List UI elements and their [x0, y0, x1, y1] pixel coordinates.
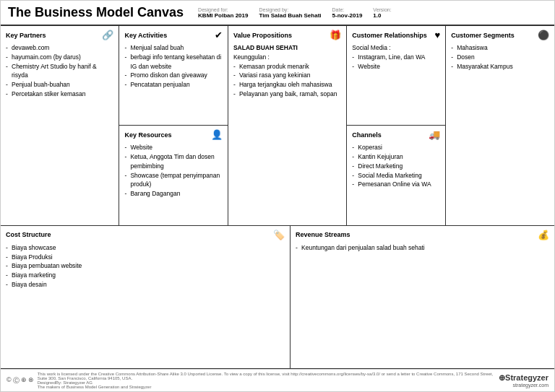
key-resources-list: WebsiteKetua, Anggota Tim dan dosen pemb…: [124, 143, 222, 199]
cr-icon: ♥: [434, 30, 440, 40]
list-item: Biaya showcase: [6, 243, 285, 253]
key-partners-list: devaweb.comhayumain.com (by darus)Chemis…: [6, 43, 113, 99]
list-item: Pelayanan yang baik, ramah, sopan: [233, 90, 341, 99]
list-item: Social Media Marketing: [352, 171, 440, 180]
revenue-title: Revenue Streams: [296, 231, 350, 238]
cs-icon: ⚫: [538, 30, 549, 40]
cr-content: Social Media : Instagram, Line, dan WAWe…: [352, 43, 440, 71]
cost-header: Cost Structure 🏷️: [6, 230, 285, 240]
date-label: Date:: [332, 7, 363, 12]
cr-channels-column: Customer Relationships ♥ Social Media : …: [347, 26, 446, 225]
list-item: Ketua, Anggota Tim dan dosen pembimbing: [124, 152, 222, 171]
vp-subtitle: Keunggulan :: [233, 53, 270, 61]
value-propositions-header: Value Propositions 🎁: [233, 30, 341, 40]
page-header: The Business Model Canvas Designed for: …: [1, 1, 554, 26]
channels-list: KoperasiKantin KejujuranDirect Marketing…: [352, 143, 440, 189]
key-resources-cell: Key Resources 👤 WebsiteKetua, Anggota Ti…: [119, 126, 227, 225]
cc-by-icon: Ⓒ: [13, 376, 20, 386]
value-propositions-title: Value Propositions: [233, 32, 292, 39]
brand-url: strategyzer.com: [513, 383, 548, 388]
revenue-header: Revenue Streams 💰: [296, 230, 549, 240]
key-resources-header: Key Resources 👤: [124, 129, 222, 140]
cost-list: Biaya showcaseBiaya ProduksiBiaya pembua…: [6, 243, 285, 289]
date-field: Date: 5-nov-2019: [332, 7, 363, 19]
list-item: berbagi info tentang kesehatan di IG dan…: [124, 53, 222, 71]
key-activities-cell: Key Activities ✔ Menjual salad buahberba…: [119, 26, 227, 126]
list-item: Pemesanan Online via WA: [352, 180, 440, 189]
cost-title: Cost Structure: [6, 231, 51, 238]
key-activities-header: Key Activities ✔: [124, 30, 222, 40]
key-resources-title: Key Resources: [124, 131, 171, 139]
key-activities-icon: ✔: [215, 30, 223, 40]
license-text: This work is licensed under the Creative…: [38, 372, 495, 380]
channels-cell: Channels 🚚 KoperasiKantin KejujuranDirec…: [347, 126, 445, 225]
brand-name: ⊕Strategyzer: [499, 373, 548, 383]
channels-icon: 🚚: [429, 129, 440, 140]
list-item: Percetakan stiker kemasan: [6, 90, 113, 99]
page-footer: © Ⓒ ⊕ ⊗ This work is licensed under the …: [1, 369, 554, 391]
trademark-text: The makers of Business Model Generation …: [38, 385, 495, 389]
cost-structure-cell: Cost Structure 🏷️ Biaya showcaseBiaya Pr…: [1, 226, 291, 368]
list-item: Kemasan produk menarik: [233, 62, 341, 71]
vp-brand: SALAD BUAH SEHATI: [233, 44, 298, 51]
designed-by-label: Designed by:: [259, 7, 321, 12]
list-item: Biaya Produksi: [6, 253, 285, 262]
list-item: Showcase (tempat penyimpanan produk): [124, 171, 222, 190]
list-item: Instagram, Line, dan WA: [352, 53, 440, 62]
list-item: Masyarakat Kampus: [451, 62, 549, 71]
license-icons: © Ⓒ ⊕ ⊗: [7, 376, 34, 386]
footer-text: This work is licensed under the Creative…: [38, 372, 495, 389]
list-item: Penjual buah-buahan: [6, 80, 113, 90]
list-item: hayumain.com (by darus): [6, 53, 113, 62]
list-item: Dosen: [451, 53, 549, 62]
list-item: Chemistry Art Studio by hanif & risyda: [6, 62, 113, 81]
list-item: Harga terjangkau oleh mahasiswa: [233, 80, 341, 90]
list-item: Biaya pembuatan website: [6, 261, 285, 271]
cs-list: MahasiswaDosenMasyarakat Kampus: [451, 43, 549, 71]
cr-title: Customer Relationships: [352, 32, 427, 39]
customer-segments-cell: Customer Segments ⚫ MahasiswaDosenMasyar…: [446, 26, 554, 225]
revenue-list: Keuntungan dari penjualan salad buah seh…: [296, 243, 549, 253]
channels-title: Channels: [352, 131, 382, 139]
version-field: Version: 1.0: [373, 7, 391, 19]
page-title: The Business Model Canvas: [8, 5, 184, 20]
list-item: Kantin Kejujuran: [352, 152, 440, 162]
revenue-streams-cell: Revenue Streams 💰 Keuntungan dari penjua…: [291, 226, 554, 368]
list-item: Promo diskon dan giveaway: [124, 71, 222, 80]
channels-header: Channels 🚚: [352, 129, 440, 140]
designed-by: Designed by: Tim Salad Buah Sehati: [259, 7, 321, 19]
list-item: Keuntungan dari penjualan salad buah seh…: [296, 243, 549, 253]
cs-header: Customer Segments ⚫: [451, 30, 549, 40]
list-item: Menjual salad buah: [124, 43, 222, 53]
cc-nc-icon: ⊗: [28, 376, 34, 386]
key-resources-icon: 👤: [211, 129, 223, 140]
canvas-top-row: Key Partners 🔗 devaweb.comhayumain.com (…: [1, 26, 554, 226]
list-item: Biaya desain: [6, 280, 285, 289]
value-propositions-content: SALAD BUAH SEHATI Keunggulan : Kemasan p…: [233, 43, 341, 99]
activities-resources-column: Key Activities ✔ Menjual salad buahberba…: [119, 26, 228, 225]
canvas-bottom-row: Cost Structure 🏷️ Biaya showcaseBiaya Pr…: [1, 226, 554, 369]
vp-list: Kemasan produk menarikVariasi rasa yang …: [233, 62, 341, 99]
key-partners-cell: Key Partners 🔗 devaweb.comhayumain.com (…: [1, 26, 119, 225]
revenue-icon: 💰: [538, 230, 549, 240]
designed-by-value: Tim Salad Buah Sehati: [259, 12, 321, 19]
value-propositions-cell: Value Propositions 🎁 SALAD BUAH SEHATI K…: [228, 26, 347, 225]
canvas-body: Key Partners 🔗 devaweb.comhayumain.com (…: [1, 26, 554, 391]
list-item: Direct Marketing: [352, 162, 440, 171]
key-partners-header: Key Partners 🔗: [6, 30, 113, 40]
list-item: Website: [352, 62, 440, 71]
version-value: 1.0: [373, 12, 391, 19]
value-propositions-icon: 🎁: [330, 30, 341, 40]
list-item: Biaya marketing: [6, 271, 285, 280]
cs-title: Customer Segments: [451, 32, 515, 39]
designed-for-label: Designed for:: [198, 7, 248, 12]
strategyzer-brand: ⊕Strategyzer strategyzer.com: [499, 373, 548, 388]
key-partners-icon: 🔗: [102, 30, 113, 40]
cc-sa-icon: ⊕: [21, 376, 27, 386]
key-activities-list: Menjual salad buahberbagi info tentang k…: [124, 43, 222, 90]
list-item: Variasi rasa yang kekinian: [233, 71, 341, 80]
list-item: devaweb.com: [6, 43, 113, 53]
cc-icon: ©: [7, 376, 12, 386]
version-label: Version:: [373, 7, 391, 12]
key-partners-title: Key Partners: [6, 32, 46, 39]
